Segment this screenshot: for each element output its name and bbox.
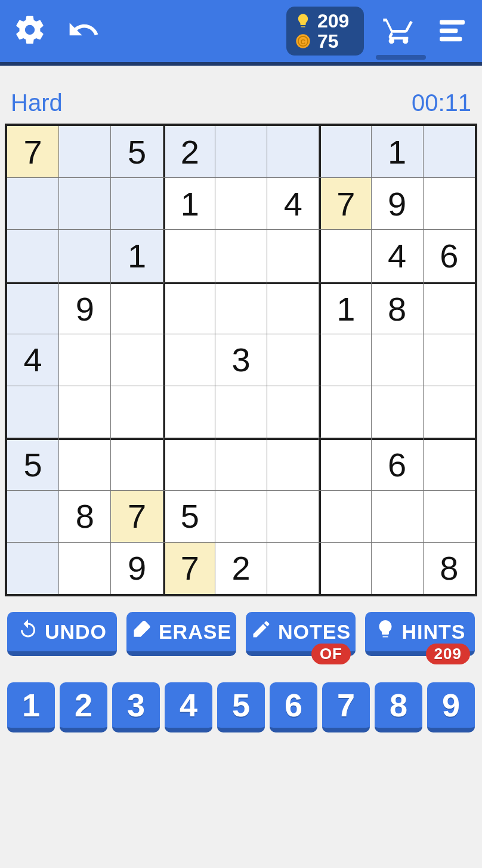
numpad-5[interactable]: 5	[217, 682, 265, 732]
cell-r7-c4[interactable]	[215, 491, 267, 542]
cell-r4-c7[interactable]	[372, 334, 423, 386]
cell-r3-c4[interactable]	[215, 282, 267, 334]
cell-r1-c5[interactable]: 4	[267, 178, 319, 229]
cell-r5-c4[interactable]	[215, 386, 267, 438]
cell-r0-c1[interactable]	[59, 126, 110, 177]
cell-r6-c2[interactable]	[111, 438, 162, 490]
cell-r6-c1[interactable]	[59, 438, 110, 490]
cell-r5-c8[interactable]	[424, 386, 475, 438]
cell-r4-c1[interactable]	[59, 334, 110, 386]
cell-r2-c1[interactable]	[59, 230, 110, 281]
numpad-9[interactable]: 9	[427, 682, 475, 732]
cell-r8-c0[interactable]	[7, 543, 58, 594]
cell-r2-c2[interactable]: 1	[111, 230, 162, 281]
cell-r5-c7[interactable]	[372, 386, 423, 438]
cell-r3-c8[interactable]	[424, 282, 475, 334]
cell-r4-c5[interactable]	[267, 334, 319, 386]
menu-button[interactable]	[433, 12, 471, 50]
cell-r6-c3[interactable]	[163, 438, 215, 490]
cell-r2-c4[interactable]	[215, 230, 267, 281]
cell-r7-c8[interactable]	[424, 491, 475, 542]
cell-r3-c0[interactable]	[7, 282, 58, 334]
cell-r3-c7[interactable]: 8	[372, 282, 423, 334]
cell-r0-c4[interactable]	[215, 126, 267, 177]
cell-r1-c6[interactable]: 7	[319, 178, 370, 229]
cell-r7-c0[interactable]	[7, 491, 58, 542]
cell-r1-c0[interactable]	[7, 178, 58, 229]
cell-r0-c6[interactable]	[319, 126, 370, 177]
cell-r2-c7[interactable]: 4	[372, 230, 423, 281]
hints-counter: 209	[295, 11, 352, 30]
cell-r6-c5[interactable]	[267, 438, 319, 490]
cell-r5-c5[interactable]	[267, 386, 319, 438]
cell-r5-c1[interactable]	[59, 386, 110, 438]
cell-r4-c3[interactable]	[163, 334, 215, 386]
cell-r2-c0[interactable]	[7, 230, 58, 281]
numpad-2[interactable]: 2	[60, 682, 107, 732]
cell-r7-c7[interactable]	[372, 491, 423, 542]
cell-r1-c2[interactable]	[111, 178, 162, 229]
cell-r5-c6[interactable]	[319, 386, 370, 438]
notes-button[interactable]: NOTES OF	[246, 612, 356, 656]
cell-r8-c7[interactable]	[372, 543, 423, 594]
cell-r0-c0[interactable]: 7	[7, 126, 58, 177]
numpad-6[interactable]: 6	[270, 682, 317, 732]
numpad-4[interactable]: 4	[165, 682, 212, 732]
cell-r6-c6[interactable]	[319, 438, 370, 490]
cell-r8-c5[interactable]	[267, 543, 319, 594]
cell-r8-c4[interactable]: 2	[215, 543, 267, 594]
cell-r5-c0[interactable]	[7, 386, 58, 438]
cell-r6-c7[interactable]: 6	[372, 438, 423, 490]
cell-r6-c0[interactable]: 5	[7, 438, 58, 490]
cell-r7-c3[interactable]: 5	[163, 491, 215, 542]
settings-button[interactable]	[11, 12, 49, 50]
cell-r8-c1[interactable]	[59, 543, 110, 594]
cell-r5-c3[interactable]	[163, 386, 215, 438]
numpad-8[interactable]: 8	[375, 682, 422, 732]
cell-r7-c6[interactable]	[319, 491, 370, 542]
cell-r2-c5[interactable]	[267, 230, 319, 281]
cell-r4-c6[interactable]	[319, 334, 370, 386]
cell-r8-c3[interactable]: 7	[163, 543, 215, 594]
cell-r7-c1[interactable]: 8	[59, 491, 110, 542]
cell-r2-c8[interactable]: 6	[424, 230, 475, 281]
cell-r7-c5[interactable]	[267, 491, 319, 542]
cell-r1-c3[interactable]: 1	[163, 178, 215, 229]
cell-r3-c1[interactable]: 9	[59, 282, 110, 334]
cell-r0-c7[interactable]: 1	[372, 126, 423, 177]
numpad-7[interactable]: 7	[322, 682, 370, 732]
cell-r4-c2[interactable]	[111, 334, 162, 386]
cell-r0-c3[interactable]: 2	[163, 126, 215, 177]
cell-r6-c4[interactable]	[215, 438, 267, 490]
erase-button[interactable]: ERASE	[126, 612, 236, 656]
cell-r3-c6[interactable]: 1	[319, 282, 370, 334]
cell-r0-c5[interactable]	[267, 126, 319, 177]
back-button[interactable]	[64, 12, 103, 50]
cell-r4-c4[interactable]: 3	[215, 334, 267, 386]
cell-r3-c5[interactable]	[267, 282, 319, 334]
hints-button[interactable]: HINTS 209	[365, 612, 475, 656]
cell-r3-c3[interactable]	[163, 282, 215, 334]
cell-r8-c2[interactable]: 9	[111, 543, 162, 594]
currency-panel[interactable]: 209 C 75	[286, 7, 364, 56]
cell-r0-c2[interactable]: 5	[111, 126, 162, 177]
cell-r7-c2[interactable]: 7	[111, 491, 162, 542]
cell-r1-c1[interactable]	[59, 178, 110, 229]
cell-r3-c2[interactable]	[111, 282, 162, 334]
cell-r1-c8[interactable]	[424, 178, 475, 229]
cell-r4-c8[interactable]	[424, 334, 475, 386]
undo-button[interactable]: UNDO	[7, 612, 117, 656]
numpad-3[interactable]: 3	[112, 682, 160, 732]
cell-r8-c8[interactable]: 8	[424, 543, 475, 594]
cell-r1-c7[interactable]: 9	[372, 178, 423, 229]
cell-r6-c8[interactable]	[424, 438, 475, 490]
cell-r2-c6[interactable]	[319, 230, 370, 281]
cell-r5-c2[interactable]	[111, 386, 162, 438]
cell-r4-c0[interactable]: 4	[7, 334, 58, 386]
cell-r2-c3[interactable]	[163, 230, 215, 281]
cell-r8-c6[interactable]	[319, 543, 370, 594]
shop-button[interactable]	[379, 12, 418, 50]
cell-r1-c4[interactable]	[215, 178, 267, 229]
numpad-1[interactable]: 1	[7, 682, 55, 732]
cell-r0-c8[interactable]	[424, 126, 475, 177]
